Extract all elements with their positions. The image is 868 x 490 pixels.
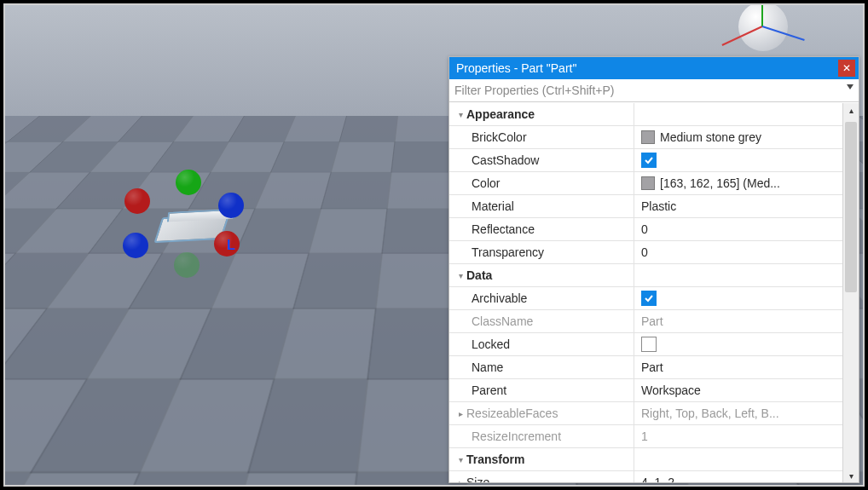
color-swatch-icon[interactable] xyxy=(641,176,655,190)
properties-panel: Properties - Part "Part" ✕ Filter Proper… xyxy=(448,56,859,483)
section-appearance[interactable]: ▾Appearance xyxy=(449,103,843,126)
chevron-right-icon[interactable]: ▸ xyxy=(454,478,466,483)
panel-titlebar[interactable]: Properties - Part "Part" ✕ xyxy=(449,57,859,79)
move-handle-up[interactable] xyxy=(176,170,201,195)
prop-resizeincrement: ResizeIncrement 1 xyxy=(449,425,843,448)
axis-y xyxy=(761,3,763,26)
prop-size[interactable]: ▸Size 4, 1, 2 xyxy=(449,471,843,482)
move-handle-down[interactable] xyxy=(174,252,200,278)
move-handle-front[interactable] xyxy=(123,233,148,258)
scrollbar-vertical[interactable]: ▴ ▾ xyxy=(842,103,859,482)
scroll-up-icon[interactable]: ▴ xyxy=(843,103,859,117)
chevron-down-icon[interactable]: ▾ xyxy=(454,455,466,464)
chevron-down-icon[interactable]: ▾ xyxy=(454,271,466,280)
prop-name[interactable]: Name Part xyxy=(449,356,843,379)
prop-locked[interactable]: Locked xyxy=(449,333,843,356)
filter-input[interactable]: Filter Properties (Ctrl+Shift+P) xyxy=(449,79,859,102)
panel-title: Properties - Part "Part" xyxy=(456,61,576,75)
prop-reflectance[interactable]: Reflectance 0 xyxy=(449,218,843,241)
prop-archivable[interactable]: Archivable xyxy=(449,287,843,310)
prop-transparency[interactable]: Transparency 0 xyxy=(449,241,843,264)
checkbox-checked[interactable] xyxy=(641,153,657,168)
property-grid: ▾Appearance BrickColor Medium stone grey… xyxy=(449,103,843,482)
axis-indicator-l: L xyxy=(227,238,235,253)
filter-dropdown-icon[interactable] xyxy=(847,84,854,89)
prop-material[interactable]: Material Plastic xyxy=(449,195,843,218)
filter-placeholder: Filter Properties (Ctrl+Shift+P) xyxy=(454,84,615,97)
prop-classname: ClassName Part xyxy=(449,310,843,333)
checkbox-checked[interactable] xyxy=(641,291,657,306)
prop-resizeablefaces[interactable]: ▸ResizeableFaces Right, Top, Back, Left,… xyxy=(449,402,843,425)
move-handle-back[interactable] xyxy=(218,193,244,218)
selected-part-gizmo[interactable]: L xyxy=(133,197,252,278)
scroll-thumb[interactable] xyxy=(845,122,857,292)
color-swatch-icon[interactable] xyxy=(641,130,655,144)
move-handle-left[interactable] xyxy=(124,188,150,214)
prop-color[interactable]: Color [163, 162, 165] (Med... xyxy=(449,172,843,195)
prop-parent[interactable]: Parent Workspace xyxy=(449,379,843,402)
prop-brickcolor[interactable]: BrickColor Medium stone grey xyxy=(449,126,843,149)
view-axis-widget[interactable] xyxy=(713,3,815,53)
scroll-down-icon[interactable]: ▾ xyxy=(843,469,859,482)
section-data[interactable]: ▾Data xyxy=(449,264,843,287)
close-icon: ✕ xyxy=(842,62,851,74)
chevron-down-icon[interactable]: ▾ xyxy=(454,110,466,119)
prop-castshadow[interactable]: CastShadow xyxy=(449,149,843,172)
close-button[interactable]: ✕ xyxy=(838,60,855,77)
chevron-right-icon[interactable]: ▸ xyxy=(454,409,466,418)
section-transform[interactable]: ▾Transform xyxy=(449,448,843,471)
checkbox-unchecked[interactable] xyxy=(641,337,657,352)
